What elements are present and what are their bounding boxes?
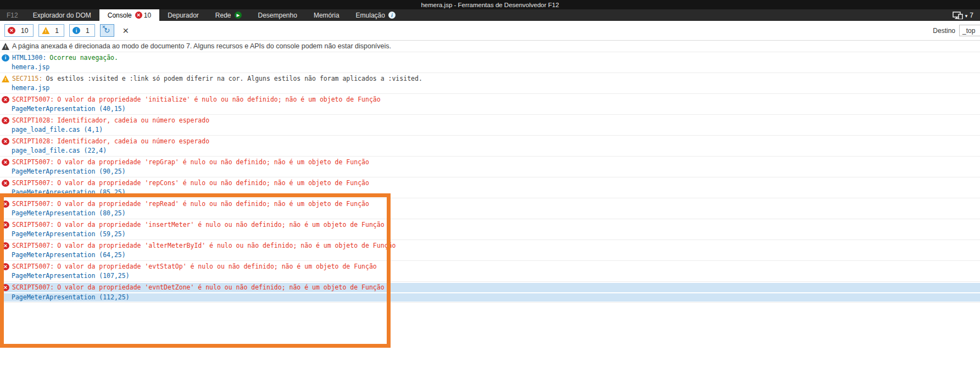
message-code: SCRIPT5007:	[12, 262, 54, 271]
console-entry[interactable]: SEC7115: Os estilos :visited e :link só …	[0, 73, 980, 94]
error-icon	[2, 180, 9, 187]
message-code: SCRIPT1028:	[12, 116, 54, 125]
message-text: A página anexada é direcionada ao modo d…	[12, 42, 391, 51]
tab-explorador-do-dom[interactable]: Explorador do DOM	[25, 9, 99, 21]
message-code: SCRIPT5007:	[12, 179, 54, 188]
console-entry[interactable]: SCRIPT1028: Identificador, cadeia ou núm…	[0, 136, 980, 157]
source-link[interactable]: PageMeterApresentation (80,25)	[12, 209, 126, 217]
source-link[interactable]: PageMeterApresentation (107,25)	[12, 272, 130, 280]
error-icon	[2, 284, 9, 291]
console-entry[interactable]: SCRIPT5007: O valor da propriedade 'evnt…	[0, 282, 980, 303]
clear-on-navigate-icon	[104, 27, 110, 34]
target-frame-select[interactable]: _top	[959, 25, 980, 36]
console-entry[interactable]: SCRIPT5007: O valor da propriedade 'repR…	[0, 198, 980, 219]
info-icon: i	[388, 12, 396, 19]
error-count-badge: 10	[135, 12, 151, 19]
source-link[interactable]: hemera.jsp	[12, 63, 49, 71]
message-code: SCRIPT5007:	[12, 283, 54, 292]
message-text: Identificador, cadeia ou número esperado	[57, 137, 209, 146]
error-filter-button[interactable]: 10	[4, 24, 34, 37]
console-entry[interactable]: SCRIPT1028: Identificador, cadeia ou núm…	[0, 115, 980, 136]
error-icon	[2, 138, 9, 145]
document-mode-indicator[interactable]: 7	[953, 9, 973, 21]
message-code: SCRIPT1028:	[12, 137, 54, 146]
tab-memória[interactable]: Memória	[305, 9, 348, 21]
play-icon: ▶	[235, 12, 242, 19]
message-code: SCRIPT5007:	[12, 95, 54, 104]
warning-icon	[42, 27, 49, 34]
tab-label: Rede	[215, 12, 231, 19]
badge-count: 10	[144, 12, 151, 19]
message-text: Os estilos :visited e :link só podem dif…	[46, 74, 422, 83]
tab-desempenho[interactable]: Desempenho	[250, 9, 305, 21]
source-link[interactable]: PageMeterApresentation (40,15)	[12, 105, 126, 113]
filter-count: 10	[21, 27, 28, 35]
warning-icon	[2, 43, 9, 50]
source-link[interactable]: PageMeterApresentation (85,25)	[12, 188, 126, 196]
message-code: SCRIPT5007:	[12, 220, 54, 230]
message-text: O valor da propriedade 'initialize' é nu…	[57, 95, 381, 104]
console-entry[interactable]: SCRIPT5007: O valor da propriedade 'repG…	[0, 157, 980, 177]
console-entry[interactable]: SCRIPT5007: O valor da propriedade 'alte…	[0, 240, 980, 261]
tab-console[interactable]: Console 10	[99, 9, 159, 21]
console-entry[interactable]: SCRIPT5007: O valor da propriedade 'evtS…	[0, 261, 980, 282]
tab-rede[interactable]: Rede ▶	[207, 9, 250, 21]
source-link[interactable]: page_load_file.cas (4,1)	[12, 126, 103, 133]
source-link[interactable]: PageMeterApresentation (59,25)	[12, 230, 126, 238]
warning-filter-button[interactable]: 1	[38, 24, 64, 37]
message-code: SCRIPT5007:	[12, 199, 54, 209]
info-icon	[73, 27, 80, 34]
close-icon	[122, 25, 129, 36]
error-icon	[135, 12, 142, 19]
tab-f12[interactable]: F12	[0, 9, 25, 21]
target-frame-group: Destino _top	[933, 25, 980, 36]
device-monitor-icon	[953, 12, 963, 19]
error-icon	[2, 117, 9, 124]
console-entry[interactable]: SCRIPT5007: O valor da propriedade 'init…	[0, 94, 980, 115]
console-entry[interactable]: SCRIPT5007: O valor da propriedade 'repC…	[0, 177, 980, 198]
console-entry[interactable]: HTML1300: Ocorreu navegação. hemera.jsp	[0, 52, 980, 73]
error-icon	[2, 201, 9, 208]
info-icon	[2, 54, 9, 62]
source-link[interactable]: page_load_file.cas (22,4)	[12, 147, 107, 154]
error-icon	[2, 263, 9, 270]
clear-console-button[interactable]	[119, 24, 132, 37]
console-toolbar: 10 1 1 Destino _top	[0, 21, 980, 41]
tab-label: F12	[7, 12, 18, 19]
message-text: O valor da propriedade 'insertMeter' é n…	[57, 220, 384, 230]
error-icon	[2, 159, 9, 166]
chevron-down-icon	[965, 12, 968, 19]
message-code: SEC7115:	[12, 74, 42, 83]
message-text: O valor da propriedade 'evtStatOp' é nul…	[57, 262, 377, 271]
source-link[interactable]: PageMeterApresentation (90,25)	[12, 168, 126, 175]
filter-count: 1	[86, 27, 90, 35]
console-output: A página anexada é direcionada ao modo d…	[0, 41, 980, 303]
console-entry[interactable]: A página anexada é direcionada ao modo d…	[0, 41, 980, 52]
message-text: Identificador, cadeia ou número esperado	[57, 116, 209, 125]
message-text: O valor da propriedade 'repGrap' é nulo …	[57, 158, 369, 167]
message-code: SCRIPT5007:	[12, 158, 54, 167]
window-title-bar: hemera.jsp - Ferramentas de Desenvolvedo…	[0, 0, 980, 9]
error-icon	[2, 221, 9, 229]
message-text: Ocorreu navegação.	[49, 53, 118, 63]
tab-label: Desempenho	[258, 12, 297, 19]
error-icon	[2, 242, 9, 249]
info-filter-button[interactable]: 1	[69, 24, 95, 37]
message-text: O valor da propriedade 'evntDetZone' é n…	[57, 283, 384, 292]
message-text: O valor da propriedade 'alterMeterById' …	[57, 241, 396, 250]
target-frame-value: _top	[962, 27, 975, 35]
source-link[interactable]: PageMeterApresentation (112,25)	[12, 293, 130, 301]
source-link[interactable]: PageMeterApresentation (64,25)	[12, 251, 126, 259]
tab-label: Memória	[314, 12, 339, 19]
tab-bar: F12 Explorador do DOM Console 10 Depurad…	[0, 9, 980, 21]
window-title: hemera.jsp - Ferramentas de Desenvolvedo…	[421, 2, 559, 8]
tab-depurador[interactable]: Depurador	[159, 9, 207, 21]
filter-count: 1	[55, 27, 59, 35]
source-link[interactable]: hemera.jsp	[12, 84, 49, 92]
message-text: O valor da propriedade 'repRead' é nulo …	[57, 199, 369, 209]
console-entry[interactable]: SCRIPT5007: O valor da propriedade 'inse…	[0, 219, 980, 240]
tab-emulação[interactable]: Emulação i	[348, 9, 404, 21]
clear-on-navigate-button[interactable]	[100, 24, 114, 37]
tab-label: Explorador do DOM	[33, 12, 91, 19]
error-icon	[2, 96, 9, 103]
